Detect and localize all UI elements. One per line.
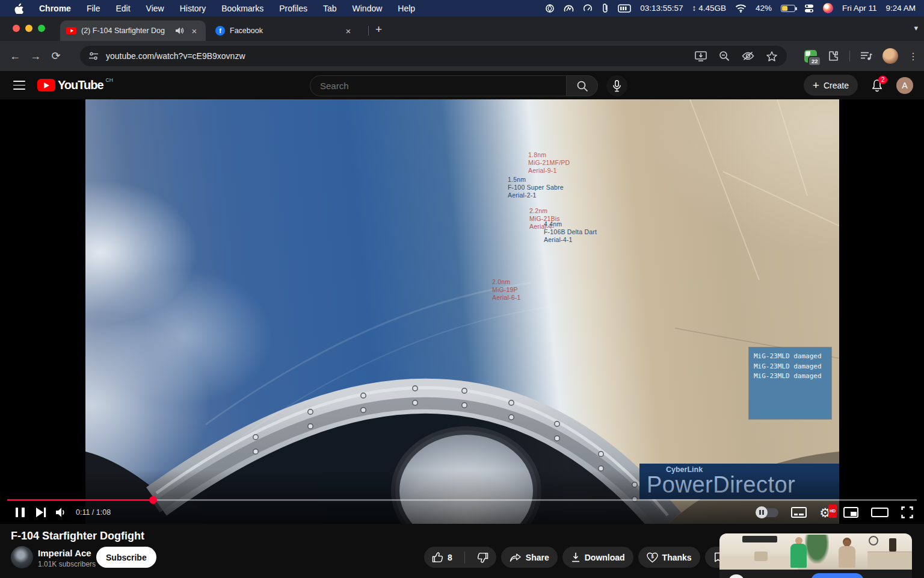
menu-app-name[interactable]: Chrome [39, 4, 71, 13]
ad-thumbnail[interactable] [719, 533, 912, 570]
tab-facebook[interactable]: f Facebook × [209, 20, 360, 41]
tab-audio-icon[interactable] [176, 27, 184, 34]
close-tab-icon[interactable]: × [343, 25, 354, 36]
chrome-menu-kebab-icon[interactable]: ⋮ [908, 51, 918, 62]
volume-icon[interactable] [56, 501, 66, 524]
chrome-profile-avatar[interactable] [882, 48, 898, 64]
voice-search-button[interactable] [606, 75, 627, 96]
menu-help[interactable]: Help [398, 4, 415, 13]
menu-bar-date[interactable]: Fri Apr 11 [842, 4, 877, 13]
new-tab-button[interactable]: + [375, 23, 382, 36]
hud-contact-label: 1.8nm MiG-21MF/PD Aerial-9-1 [528, 151, 570, 175]
like-button[interactable]: 8 [424, 547, 460, 568]
url-text[interactable]: youtube.com/watch?v=cE9B9xovnzw [106, 51, 245, 61]
site-settings-icon[interactable] [88, 52, 99, 60]
ad-advertiser-avatar[interactable] [728, 574, 745, 578]
adblock-extension-icon[interactable]: 22 [804, 50, 817, 63]
hd-badge: HD [828, 505, 837, 518]
youtube-account-avatar[interactable]: A [896, 77, 913, 94]
photos-app-icon[interactable] [823, 3, 833, 13]
youtube-country-code: CH [106, 77, 113, 83]
pause-button[interactable] [12, 501, 28, 524]
network-usage[interactable]: ↕ 4.45GB [692, 4, 726, 13]
menu-bar-time[interactable]: 9:24 AM [886, 4, 916, 13]
thumbs-up-icon [432, 552, 443, 563]
channel-avatar[interactable] [11, 546, 33, 568]
ad-cta-button[interactable] [811, 573, 864, 578]
menu-window[interactable]: Window [353, 4, 383, 13]
cockpit-canopy-graphic [85, 99, 839, 524]
search-button[interactable] [567, 75, 598, 96]
media-playlist-icon[interactable] [860, 51, 872, 61]
timer-battery-icon[interactable] [618, 4, 631, 13]
video-player: 1.8nm MiG-21MF/PD Aerial-9-1 1.5nm F-100… [0, 99, 924, 524]
next-button[interactable] [36, 501, 46, 524]
subtitles-icon[interactable] [791, 507, 807, 518]
eye-off-icon[interactable] [742, 51, 754, 61]
install-app-icon[interactable] [695, 51, 707, 61]
tab-title: Facebook [230, 26, 338, 35]
notifications-button[interactable]: 2 [871, 79, 883, 92]
menu-view[interactable]: View [146, 4, 164, 13]
sidebar-ad-card[interactable]: Pharm 70% Rabatt [719, 533, 912, 578]
minimize-window-button[interactable] [25, 25, 32, 32]
video-title: F-104 Starfighter Dogfight [11, 530, 144, 542]
menu-edit[interactable]: Edit [116, 4, 130, 13]
chrome-tab-strip: (2) F-104 Starfighter Dog × f Facebook ×… [0, 16, 924, 41]
autoplay-toggle[interactable] [756, 508, 778, 517]
facebook-favicon: f [215, 26, 225, 36]
reload-button[interactable]: ⟳ [46, 49, 66, 63]
battery-percent[interactable]: 42% [756, 4, 772, 13]
wifi-icon[interactable] [735, 4, 747, 13]
subscriber-count: 1.01K subscribers [38, 560, 96, 568]
youtube-logo[interactable]: YouTube CH [37, 79, 113, 92]
menu-history[interactable]: History [180, 4, 206, 13]
create-button[interactable]: + Create [804, 75, 858, 96]
search-input[interactable] [320, 81, 549, 91]
forward-button[interactable]: → [25, 50, 46, 63]
settings-gear-icon[interactable]: ⚙ HD [819, 506, 831, 519]
apple-logo-icon[interactable] [14, 3, 23, 14]
search-icon [576, 80, 588, 92]
share-button[interactable]: Share [501, 547, 558, 568]
time-display: 0:11 / 1:08 [76, 508, 111, 517]
openai-status-icon[interactable] [545, 4, 555, 13]
back-button[interactable]: ← [5, 50, 25, 63]
miniplayer-icon[interactable] [843, 507, 858, 518]
extensions-puzzle-icon[interactable] [827, 50, 839, 62]
control-center-icon[interactable] [804, 4, 814, 13]
uptime-timer[interactable]: 03:13:55:57 [640, 4, 683, 13]
paperclip-status-icon[interactable] [602, 3, 609, 13]
battery-icon[interactable] [781, 5, 795, 12]
tab-youtube[interactable]: (2) F-104 Starfighter Dog × [60, 20, 206, 41]
hamburger-menu-icon[interactable] [13, 78, 25, 92]
zoom-icon[interactable] [719, 51, 730, 61]
menu-profiles[interactable]: Profiles [279, 4, 307, 13]
hud-contact-label: 4.4nm F-106B Delta Dart Aerial-4-1 [544, 220, 597, 244]
video-frame[interactable]: 1.8nm MiG-21MF/PD Aerial-9-1 1.5nm F-100… [85, 99, 839, 524]
close-window-button[interactable] [13, 25, 20, 32]
thanks-button[interactable]: $ Thanks [638, 547, 700, 568]
video-metadata: F-104 Starfighter Dogfight Imperial Ace … [0, 524, 924, 578]
like-dislike-pill: 8 [424, 547, 496, 568]
mic-icon [612, 80, 621, 92]
fullscreen-icon[interactable] [901, 506, 913, 518]
bookmark-star-icon[interactable] [766, 51, 777, 61]
tab-search-button[interactable]: ▾ [914, 23, 918, 33]
address-bar[interactable]: youtube.com/watch?v=cE9B9xovnzw [80, 46, 787, 66]
share-icon [510, 552, 522, 562]
zoom-window-button[interactable] [38, 25, 45, 32]
menu-bookmarks[interactable]: Bookmarks [221, 4, 263, 13]
channel-name[interactable]: Imperial Ace [38, 548, 91, 558]
close-tab-icon[interactable]: × [189, 25, 200, 36]
powerdirector-watermark: CyberLink PowerDirector [639, 464, 839, 499]
menu-tab[interactable]: Tab [323, 4, 337, 13]
subscribe-button[interactable]: Subscribe [96, 547, 156, 568]
dislike-button[interactable] [469, 547, 496, 568]
menu-file[interactable]: File [87, 4, 100, 13]
theater-mode-icon[interactable] [871, 508, 889, 517]
speedtest-status-icon[interactable] [583, 4, 593, 13]
download-button[interactable]: Download [562, 547, 633, 568]
search-input-box[interactable] [310, 75, 567, 96]
vpn-status-icon[interactable] [564, 4, 574, 13]
